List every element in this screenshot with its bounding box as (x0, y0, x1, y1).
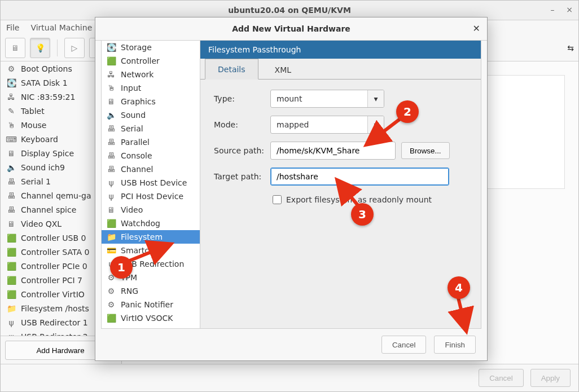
controller-icon: 🟩 (6, 234, 16, 243)
folder-icon: 📁 (106, 232, 116, 241)
console-button[interactable]: 🖥 (5, 38, 25, 58)
window-controls: – × (548, 5, 574, 14)
monitor-icon: 🖥 (11, 43, 19, 52)
parallel-icon: 🖶 (106, 138, 116, 147)
disk-icon: 💽 (6, 78, 16, 87)
serial-icon: 🖶 (106, 124, 116, 133)
menu-file[interactable]: File (6, 23, 19, 32)
controller-icon: 🟩 (6, 290, 16, 299)
main-bottombar: Cancel Apply (1, 364, 578, 391)
cat-smartcard: 💳Smartcard (102, 244, 200, 257)
watchdog-icon: 🟩 (106, 219, 116, 228)
cat-storage: 💽Storage (102, 41, 200, 54)
cat-channel: 🖶Channel (102, 162, 200, 176)
channel-icon: 🖶 (6, 205, 16, 214)
channel-icon: 🖶 (106, 165, 116, 174)
smartcard-icon: 💳 (106, 246, 116, 255)
pci-icon: ψ (106, 192, 116, 201)
source-label: Source path: (214, 146, 270, 155)
dialog-title: Add New Virtual Hardware (232, 24, 350, 33)
controller-icon: 🟩 (106, 56, 116, 65)
usb-icon: ψ (106, 259, 116, 268)
main-cancel-button[interactable]: Cancel (479, 369, 524, 387)
category-list[interactable]: 💽Storage 🟩Controller 🖧Network 🖱Input 🖥Gr… (102, 41, 200, 328)
cat-usb-host: ψUSB Host Device (102, 176, 200, 190)
serial-icon: 🖶 (6, 177, 16, 186)
cat-watchdog: 🟩Watchdog (102, 217, 200, 230)
boot-icon: ⚙ (6, 64, 16, 73)
cat-serial: 🖶Serial (102, 122, 200, 135)
vsock-icon: 🟩 (106, 314, 116, 323)
source-path-input[interactable] (270, 142, 396, 160)
browse-button[interactable]: Browse... (401, 142, 450, 159)
mode-combo[interactable]: mapped ▾ (270, 116, 384, 134)
dialog-finish-button[interactable]: Finish (434, 336, 476, 354)
rng-icon: ⚙ (106, 287, 116, 296)
cat-parallel: 🖶Parallel (102, 135, 200, 149)
dialog-tabs: Details XML (200, 59, 481, 80)
cat-video: 🖥Video (102, 203, 200, 217)
channel-icon: 🖶 (6, 191, 16, 200)
controller-icon: 🟩 (6, 248, 16, 257)
sound-icon: 🔈 (6, 163, 16, 172)
network-status-icon: ⇆ (567, 43, 574, 52)
readonly-checkbox[interactable] (273, 195, 282, 204)
cat-vsock: 🟩VirtIO VSOCK (102, 311, 200, 325)
video-icon: 🖥 (106, 205, 116, 214)
cat-input: 🖱Input (102, 81, 200, 95)
dialog-bottombar: Cancel Finish (95, 329, 487, 360)
controller-icon: 🟩 (6, 276, 16, 285)
cat-network: 🖧Network (102, 68, 200, 81)
filesystem-form: Type: mount ▾ Mode: mapped ▾ Source path… (200, 80, 481, 328)
minimize-button[interactable]: – (548, 5, 557, 14)
display-icon: 🖥 (6, 149, 16, 158)
cat-pci-host: ψPCI Host Device (102, 190, 200, 203)
cat-rng: ⚙RNG (102, 284, 200, 298)
folder-icon: 📁 (6, 304, 16, 313)
type-combo[interactable]: mount ▾ (270, 90, 384, 108)
nic-icon: 🖧 (6, 93, 16, 102)
network-icon: 🖧 (106, 70, 116, 79)
console-icon: 🖶 (106, 151, 116, 160)
chevron-down-icon: ▾ (367, 90, 384, 107)
keyboard-icon: ⌨ (6, 135, 16, 144)
cat-controller: 🟩Controller (102, 54, 200, 68)
storage-icon: 💽 (106, 43, 116, 52)
mouse-icon: 🖱 (6, 121, 16, 130)
cat-usb-redir: ψUSB Redirection (102, 257, 200, 271)
cat-console: 🖶Console (102, 149, 200, 162)
type-label: Type: (214, 94, 270, 103)
panic-icon: ⚙ (106, 300, 116, 309)
controller-icon: 🟩 (6, 262, 16, 271)
usb-icon: ψ (106, 178, 116, 187)
dialog-cancel-button[interactable]: Cancel (381, 336, 427, 354)
cat-sound: 🔈Sound (102, 108, 200, 122)
window-title: ubuntu20.04 on QEMU/KVM (228, 6, 351, 15)
run-button[interactable]: ▷ (64, 38, 85, 58)
toolbar-separator (57, 39, 58, 56)
details-button[interactable]: 💡 (30, 38, 50, 58)
dialog-close-button[interactable]: ✕ (473, 23, 480, 34)
mode-value: mapped (271, 120, 367, 129)
type-value: mount (271, 94, 367, 103)
target-path-input[interactable] (270, 168, 449, 186)
add-hardware-dialog: Add New Virtual Hardware ✕ 💽Storage 🟩Con… (95, 17, 488, 361)
target-label: Target path: (214, 172, 270, 181)
video-icon: 🖥 (6, 219, 16, 228)
dialog-titlebar: Add New Virtual Hardware ✕ (95, 17, 487, 41)
sound-icon: 🔈 (106, 111, 116, 120)
cat-panic: ⚙Panic Notifier (102, 298, 200, 311)
close-button[interactable]: × (565, 5, 574, 14)
cat-filesystem: 📁Filesystem (102, 230, 200, 244)
dialog-section-header: Filesystem Passthrough (200, 41, 481, 59)
cat-graphics: 🖥Graphics (102, 95, 200, 108)
tab-xml[interactable]: XML (262, 59, 304, 80)
menu-virtual-machine[interactable]: Virtual Machine (30, 23, 92, 32)
usb-icon: ψ (6, 318, 16, 327)
readonly-label: Export filesystem as readonly mount (286, 195, 432, 204)
main-apply-button[interactable]: Apply (530, 369, 571, 387)
tab-details[interactable]: Details (205, 59, 258, 80)
tablet-icon: ✎ (6, 107, 16, 116)
chevron-down-icon: ▾ (367, 116, 384, 133)
cat-tpm: ⚙TPM (102, 271, 200, 284)
